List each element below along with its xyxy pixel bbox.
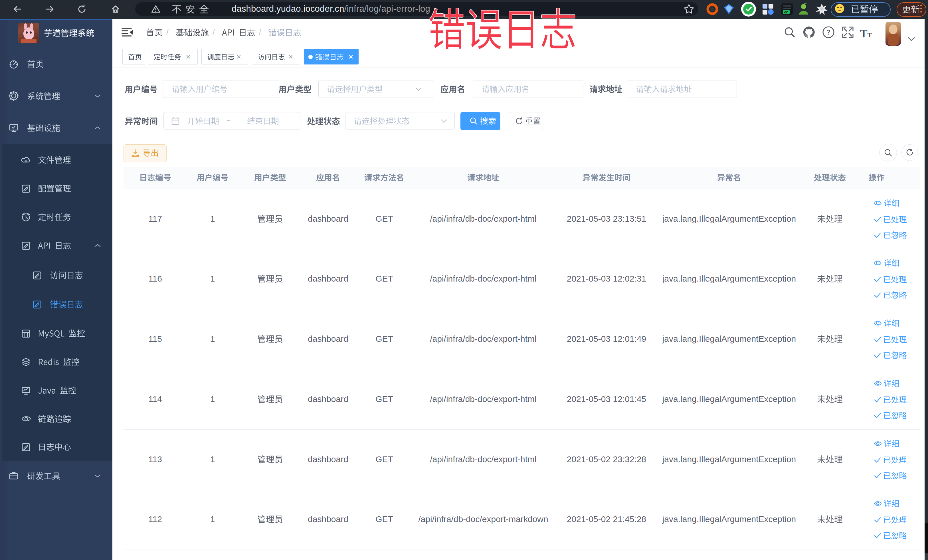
svg-text:?: ?	[826, 28, 831, 36]
svg-text:on: on	[784, 10, 789, 14]
